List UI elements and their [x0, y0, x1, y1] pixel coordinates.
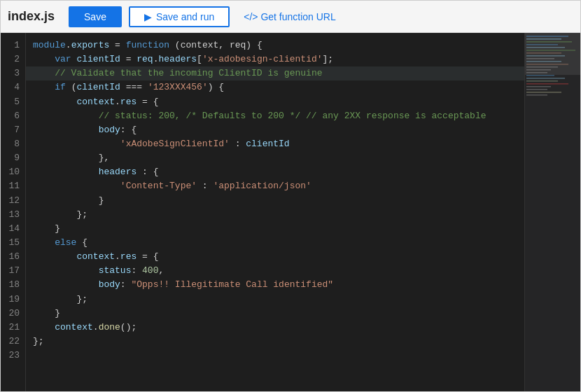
- line-number: 18: [1, 278, 25, 292]
- code-line: body: {: [33, 123, 517, 137]
- code-line: context.res = {: [33, 250, 517, 264]
- svg-rect-17: [526, 83, 568, 85]
- line-number: 17: [1, 264, 25, 278]
- line-number: 5: [1, 95, 25, 109]
- svg-rect-14: [526, 75, 554, 76]
- line-number: 22: [1, 335, 25, 349]
- line-number: 3: [1, 66, 25, 80]
- svg-rect-1: [526, 38, 561, 40]
- line-number: 20: [1, 307, 25, 321]
- svg-rect-5: [526, 50, 575, 51]
- code-line: // Validate that the incoming ClientID i…: [26, 66, 524, 80]
- svg-rect-13: [526, 72, 547, 74]
- code-line: };: [33, 208, 517, 222]
- play-icon: ▶: [144, 11, 152, 22]
- save-and-run-button[interactable]: ▶ Save and run: [129, 6, 230, 27]
- line-number: 10: [1, 165, 25, 179]
- line-number: 12: [1, 194, 25, 208]
- line-number: 9: [1, 151, 25, 165]
- svg-rect-12: [526, 69, 551, 71]
- code-line: var clientId = req.headers['x-adobesign-…: [33, 52, 517, 66]
- code-line: status: 400,: [33, 264, 517, 278]
- code-line: if (clientId === '123XXX456') {: [33, 80, 517, 94]
- line-numbers: 1234567891011121314151617181920212223: [1, 33, 26, 392]
- code-line: 'Content-Type' : 'application/json': [33, 179, 517, 193]
- file-title: index.js: [8, 9, 55, 24]
- code-line: 'xAdobeSignClientId' : clientId: [33, 137, 517, 151]
- toolbar: index.js Save ▶ Save and run </> Get fun…: [1, 1, 580, 33]
- code-line: context.res = {: [33, 95, 517, 109]
- code-content[interactable]: module.exports = function (context, req)…: [26, 33, 524, 392]
- svg-rect-2: [526, 41, 572, 43]
- line-number: 13: [1, 208, 25, 222]
- code-line: };: [33, 335, 517, 349]
- svg-rect-6: [526, 52, 561, 54]
- code-line: module.exports = function (context, req)…: [33, 38, 517, 52]
- svg-rect-4: [526, 47, 565, 48]
- code-line: body: "Opps!! Illegitimate Call identifi…: [33, 278, 517, 292]
- minimap: [524, 33, 580, 392]
- line-number: 23: [1, 349, 25, 363]
- line-number: 19: [1, 293, 25, 307]
- svg-rect-18: [526, 86, 551, 88]
- code-line: }: [33, 194, 517, 208]
- line-number: 16: [1, 250, 25, 264]
- code-editor: 1234567891011121314151617181920212223 mo…: [1, 33, 580, 392]
- line-number: 8: [1, 137, 25, 151]
- code-line: }: [33, 222, 517, 236]
- code-line: headers : {: [33, 165, 517, 179]
- line-number: 14: [1, 222, 25, 236]
- line-number: 2: [1, 52, 25, 66]
- code-line: context.done();: [33, 321, 517, 335]
- line-number: 4: [1, 80, 25, 94]
- svg-rect-7: [526, 55, 565, 57]
- get-function-url-button[interactable]: </> Get function URL: [244, 11, 336, 22]
- save-and-run-label: Save and run: [156, 11, 214, 22]
- svg-rect-21: [526, 94, 547, 96]
- svg-rect-0: [526, 36, 568, 37]
- svg-rect-9: [526, 61, 561, 62]
- line-number: 11: [1, 179, 25, 193]
- line-number: 6: [1, 109, 25, 123]
- svg-rect-16: [526, 80, 558, 82]
- svg-rect-15: [526, 78, 565, 79]
- svg-rect-3: [526, 44, 558, 46]
- code-line: // status: 200, /* Defaults to 200 */ //…: [33, 109, 517, 123]
- line-number: 15: [1, 236, 25, 250]
- code-line: },: [33, 151, 517, 165]
- svg-rect-19: [526, 89, 547, 90]
- minimap-visual: [525, 33, 580, 392]
- code-line: else {: [33, 236, 517, 250]
- line-number: 1: [1, 38, 25, 52]
- code-line: };: [33, 293, 517, 307]
- svg-rect-8: [526, 58, 554, 59]
- svg-rect-10: [526, 64, 568, 65]
- svg-rect-20: [526, 92, 561, 93]
- svg-rect-11: [526, 66, 558, 68]
- code-line: [33, 349, 517, 363]
- line-number: 21: [1, 321, 25, 335]
- line-number: 7: [1, 123, 25, 137]
- code-line: }: [33, 307, 517, 321]
- save-button[interactable]: Save: [69, 6, 122, 27]
